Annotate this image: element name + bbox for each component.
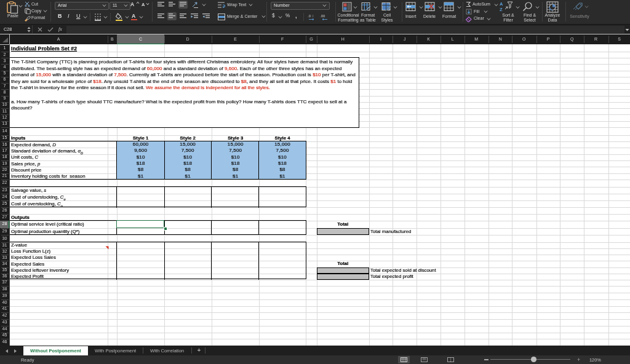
svg-text:Z: Z [500, 7, 503, 12]
svg-text:0: 0 [312, 14, 314, 18]
svg-text:.00: .00 [320, 14, 325, 18]
svg-text:.0: .0 [308, 14, 311, 18]
svg-text:A: A [500, 1, 503, 7]
